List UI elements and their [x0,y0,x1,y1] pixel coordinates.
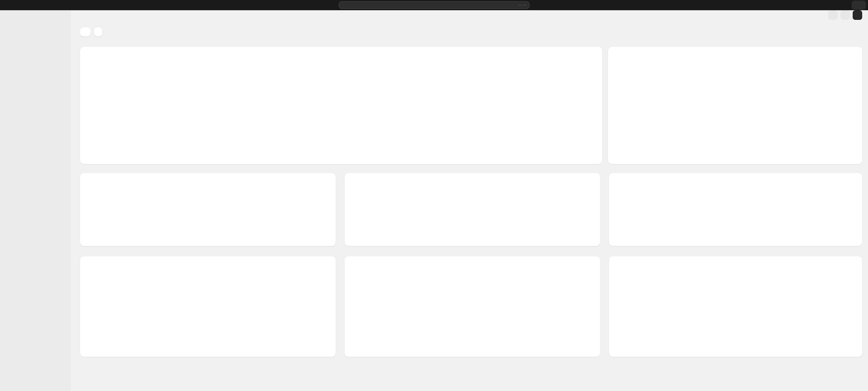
aov-line-chart [351,188,594,226]
insights-button[interactable] [828,10,838,20]
sidebar-nav [0,10,71,391]
conversion-rate-card [345,256,600,357]
sessions-over-time-card [80,256,336,357]
compare-button[interactable] [94,27,102,37]
sales-by-channel-card [80,173,336,246]
filter-bar [80,27,862,37]
search-input[interactable] [339,1,530,9]
channel-legend [197,210,246,214]
conversion-line-chart [351,272,594,335]
sessions-line-chart [86,272,330,335]
product-bar-current [615,188,764,212]
total-sales-breakdown-card [608,47,862,164]
date-range-button[interactable] [80,27,91,37]
product-bar-previous [615,213,764,237]
ctrl-key-badge [518,5,521,5]
top-bar [0,0,868,10]
legend-swatch [197,210,201,214]
conversion-funnel-chart [615,272,856,349]
product-bar-chart [615,188,856,237]
total-sales-over-time-card [80,47,602,164]
k-key-badge [523,5,526,5]
average-order-value-card [345,173,600,246]
sales-by-product-card [609,173,862,246]
expand-button[interactable] [840,10,850,20]
channel-donut-chart [123,186,176,238]
conversion-breakdown-card [609,256,862,357]
total-sales-line-chart [86,64,596,144]
main-content [71,0,868,357]
store-menu-button[interactable] [852,1,866,10]
customize-button[interactable] [853,10,862,20]
store-avatar [853,2,860,9]
search-shortcut [518,5,526,5]
